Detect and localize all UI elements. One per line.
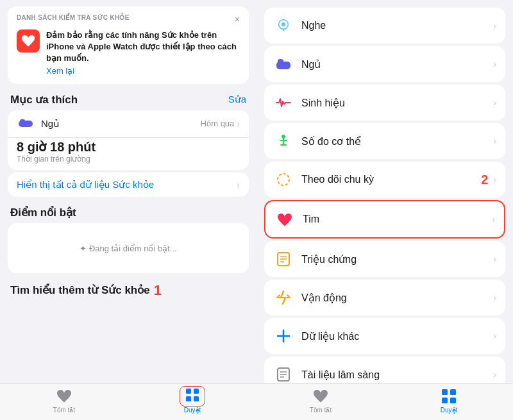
right-panel: Nghe › Ngủ › [256, 0, 513, 420]
trieu-chung-item[interactable]: Triệu chứng › [264, 241, 505, 277]
sinh-hieu-card: Sinh hiệu › [264, 85, 505, 121]
tab-duyet-left[interactable]: Duyệt [128, 387, 256, 414]
duyet-icon-left [183, 387, 201, 405]
duyet-icon-right [440, 387, 458, 405]
ngu-icon [273, 54, 294, 74]
ngu-label: Ngủ [301, 58, 493, 71]
tim-icon [274, 209, 295, 230]
banner-link[interactable]: Xem lại [46, 66, 74, 76]
van-dong-label: Vận động [301, 292, 493, 304]
highlights-header: Điểm nổi bật [0, 202, 256, 222]
nghe-chevron: › [493, 21, 496, 31]
left-panel: DANH SÁCH KIỂM TRA SỨC KHỎE × Đảm bảo rằ… [0, 0, 256, 420]
left-scroll-area: Mục ưa thích Sửa Ngủ Hôm qua › [0, 89, 256, 383]
tai-lieu-icon [273, 364, 294, 383]
so-do-item[interactable]: Số đo cơ thể › [264, 123, 505, 159]
so-do-chevron: › [493, 136, 496, 146]
nghe-item[interactable]: Nghe › [264, 8, 505, 44]
tab-duyet-right[interactable]: Duyệt [385, 387, 513, 414]
ngu-chevron: › [493, 59, 496, 69]
tom-tat-icon-right [312, 387, 330, 405]
sleep-date: Hôm qua [201, 119, 235, 128]
svg-rect-3 [194, 389, 199, 394]
tom-tat-label-right: Tóm tắt [310, 407, 332, 414]
highlights-loading-text: ✦ Đang tải điểm nổi bật... [80, 244, 176, 253]
favorites-edit-button[interactable]: Sửa [228, 94, 246, 105]
sleep-icon [17, 117, 35, 131]
tab-tom-tat-right[interactable]: Tóm tắt [256, 387, 385, 414]
trieu-chung-icon [273, 249, 294, 269]
ngu-item[interactable]: Ngủ › [264, 46, 505, 82]
so-do-card: Số đo cơ thể › [264, 123, 505, 159]
van-dong-chevron: › [493, 292, 496, 303]
favorites-header: Mục ưa thích Sửa [0, 89, 256, 109]
banner-header: DANH SÁCH KIỂM TRA SỨC KHỎE × [17, 14, 240, 24]
learn-more-title: Tìm hiểu thêm từ Sức khỏe [10, 283, 150, 297]
svg-rect-24 [442, 389, 448, 395]
highlights-card: ✦ Đang tải điểm nổi bật... [8, 223, 249, 273]
theo-doi-chevron: › [493, 174, 496, 185]
tim-label: Tim [303, 214, 492, 225]
right-scroll-area: Nghe › Ngủ › [256, 5, 513, 383]
banner-close-button[interactable]: × [235, 14, 240, 24]
svg-rect-1 [20, 119, 25, 123]
svg-rect-5 [194, 396, 199, 401]
sinh-hieu-item[interactable]: Sinh hiệu › [264, 85, 505, 121]
tai-lieu-label: Tài liệu lâm sàng [301, 369, 493, 381]
nghe-label: Nghe [301, 20, 493, 31]
svg-rect-4 [186, 396, 191, 401]
sleep-time-big: 8 giờ 18 phút [17, 139, 240, 155]
highlights-title: Điểm nổi bật [10, 206, 76, 219]
trieu-chung-chevron: › [493, 254, 496, 264]
van-dong-icon [273, 287, 294, 308]
van-dong-item[interactable]: Vận động › [264, 280, 505, 315]
view-all-label: Hiển thị tất cả dữ liệu Sức khỏe [17, 179, 154, 190]
view-all-button[interactable]: Hiển thị tất cả dữ liệu Sức khỏe › [8, 172, 249, 197]
duyet-icon-box [180, 386, 205, 407]
du-lieu-khac-item[interactable]: Dữ liệu khác › [264, 318, 505, 354]
tom-tat-icon-left [55, 387, 73, 405]
tai-lieu-item[interactable]: Tài liệu lâm sàng › [264, 357, 505, 383]
learn-more-header: Tìm hiểu thêm từ Sức khỏe 1 [0, 278, 256, 301]
sinh-hieu-label: Sinh hiệu [301, 97, 493, 109]
sleep-chevron: › [237, 119, 240, 129]
right-tab-bar: Tóm tắt Duyệt [256, 383, 513, 420]
theo-doi-card: Theo dõi chu kỳ 2 › [264, 162, 505, 197]
svg-rect-25 [450, 389, 456, 395]
svg-point-13 [278, 174, 289, 185]
du-lieu-khac-icon [273, 326, 294, 346]
sleep-meta: Hôm qua › [201, 119, 240, 129]
sinh-hieu-icon [273, 92, 294, 113]
nghe-icon [273, 15, 294, 36]
theo-doi-item[interactable]: Theo dõi chu kỳ 2 › [264, 162, 505, 197]
sleep-text: Ngủ [41, 118, 201, 130]
sleep-item[interactable]: Ngủ Hôm qua › [8, 110, 249, 138]
health-check-banner: DANH SÁCH KIỂM TRA SỨC KHỎE × Đảm bảo rằ… [8, 6, 249, 84]
banner-text: Đảm bảo rằng các tính năng Sức khỏe trên… [46, 29, 240, 76]
trieu-chung-card: Triệu chứng › [264, 241, 505, 277]
sinh-hieu-chevron: › [493, 97, 496, 108]
duyet-label-left: Duyệt [184, 407, 201, 414]
tom-tat-label-left: Tóm tắt [53, 407, 75, 414]
tai-lieu-card: Tài liệu lâm sàng › [264, 357, 505, 383]
health-icon [17, 29, 40, 53]
cycle-badge: 2 [481, 172, 488, 187]
tim-chevron: › [492, 214, 495, 224]
sleep-time-label: Thời gian trên giường [17, 155, 240, 164]
sleep-card: Ngủ Hôm qua › 8 giờ 18 phút Thời gian tr… [8, 110, 249, 170]
sleep-title: Ngủ [41, 118, 201, 130]
view-all-chevron: › [237, 180, 240, 190]
svg-rect-26 [442, 398, 448, 403]
svg-rect-8 [278, 59, 283, 64]
banner-title: DANH SÁCH KIỂM TRA SỨC KHỎE [17, 14, 130, 21]
favorites-title: Mục ưa thích [10, 93, 78, 106]
du-lieu-khac-label: Dữ liệu khác [301, 330, 493, 342]
theo-doi-label: Theo dõi chu kỳ [301, 174, 481, 185]
svg-rect-2 [186, 389, 191, 394]
tim-item[interactable]: Tim › [265, 201, 504, 237]
sleep-data-block: 8 giờ 18 phút Thời gian trên giường [8, 138, 249, 170]
du-lieu-khac-card: Dữ liệu khác › [264, 318, 505, 354]
van-dong-card: Vận động › [264, 280, 505, 315]
tab-tom-tat-left[interactable]: Tóm tắt [0, 387, 128, 414]
so-do-icon [273, 131, 294, 151]
